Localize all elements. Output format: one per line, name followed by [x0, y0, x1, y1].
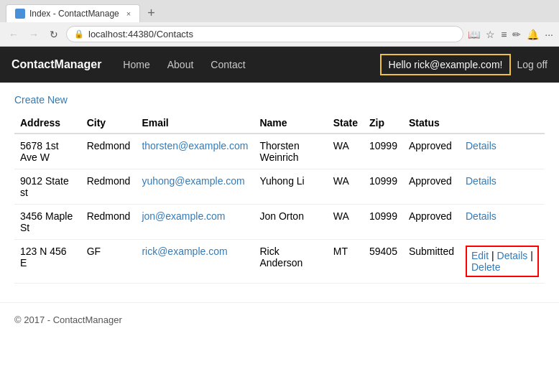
col-address: Address — [14, 113, 81, 134]
forward-button[interactable]: → — [26, 27, 42, 42]
action-details[interactable]: Details — [466, 210, 496, 222]
refresh-button[interactable]: ↻ — [46, 27, 62, 42]
cell-email: rick@example.com — [136, 240, 254, 284]
cell-actions: Details — [460, 205, 545, 240]
cell-email: jon@example.com — [136, 205, 254, 240]
col-actions — [460, 113, 545, 134]
cell-zip: 10999 — [364, 169, 403, 205]
col-email: Email — [136, 113, 254, 134]
lock-icon: 🔒 — [74, 29, 84, 39]
cell-zip: 59405 — [364, 240, 403, 284]
tab-title: Index - ContactManage — [29, 9, 119, 19]
cell-name: Thorsten Weinrich — [254, 134, 327, 169]
nav-about[interactable]: About — [160, 49, 201, 80]
user-greeting: Hello rick@example.com! — [380, 54, 512, 75]
col-zip: Zip — [364, 113, 403, 134]
cell-name: Rick Anderson — [254, 240, 327, 284]
table-body: 5678 1st Ave WRedmondthorsten@example.co… — [14, 134, 545, 284]
create-new-link[interactable]: Create New — [14, 94, 68, 106]
nav-contact[interactable]: Contact — [203, 49, 252, 80]
cell-actions: Details — [460, 169, 545, 205]
table-header: Address City Email Name State Zip Status — [14, 113, 545, 134]
cell-address: 9012 State st — [14, 169, 81, 205]
footer-text: © 2017 - ContactManager — [14, 314, 122, 325]
col-state: State — [328, 113, 364, 134]
table-row: 5678 1st Ave WRedmondthorsten@example.co… — [14, 134, 545, 169]
footer: © 2017 - ContactManager — [0, 302, 559, 337]
notifications-icon[interactable]: 🔔 — [527, 29, 539, 40]
app-brand[interactable]: ContactManager — [11, 58, 101, 71]
browser-tab[interactable]: Index - ContactManage × — [6, 4, 140, 22]
email-link[interactable]: thorsten@example.com — [142, 140, 248, 151]
email-link[interactable]: jon@example.com — [142, 210, 225, 222]
email-link[interactable]: rick@example.com — [142, 246, 227, 257]
email-link[interactable]: yuhong@example.com — [142, 175, 244, 187]
col-city: City — [81, 113, 137, 134]
cell-city: GF — [81, 240, 137, 284]
cell-city: Redmond — [81, 134, 137, 169]
app-navbar-right: Hello rick@example.com! Log off — [380, 54, 548, 75]
col-name: Name — [254, 113, 327, 134]
cell-city: Redmond — [81, 169, 137, 205]
cell-address: 3456 Maple St — [14, 205, 81, 240]
nav-home[interactable]: Home — [116, 49, 157, 80]
address-bar[interactable]: 🔒 localhost:44380/Contacts — [66, 26, 463, 42]
action-details[interactable]: Details — [466, 175, 496, 187]
app-navbar: ContactManager Home About Contact Hello … — [0, 47, 559, 83]
cell-state: MT — [328, 240, 364, 284]
cell-status: Approved — [403, 134, 460, 169]
table-row: 9012 State stRedmondyuhong@example.comYu… — [14, 169, 545, 205]
address-bar-row: ← → ↻ 🔒 localhost:44380/Contacts 📖 ☆ ≡ ✏… — [0, 22, 559, 46]
url-text: localhost:44380/Contacts — [88, 29, 193, 39]
tab-bar: Index - ContactManage × + — [0, 0, 559, 22]
bookmark-icon[interactable]: ☆ — [486, 29, 495, 40]
browser-toolbar-right: 📖 ☆ ≡ ✏ 🔔 ··· — [468, 29, 553, 40]
new-tab-button[interactable]: + — [144, 6, 158, 21]
cell-name: Jon Orton — [254, 205, 327, 240]
cell-status: Submitted — [403, 240, 460, 284]
action-details[interactable]: Details — [497, 250, 528, 261]
browser-chrome: Index - ContactManage × + ← → ↻ 🔒 localh… — [0, 0, 559, 47]
cell-actions: Details — [460, 134, 545, 169]
cell-status: Approved — [403, 205, 460, 240]
action-details[interactable]: Details — [466, 140, 496, 151]
reader-icon[interactable]: 📖 — [468, 29, 480, 40]
cell-address: 123 N 456 E — [14, 240, 81, 284]
status-badge: Submitted — [409, 246, 454, 257]
col-status: Status — [403, 113, 460, 134]
main-content: Create New Address City Email Name State… — [0, 83, 559, 295]
cell-name: Yuhong Li — [254, 169, 327, 205]
cell-zip: 10999 — [364, 205, 403, 240]
log-off-button[interactable]: Log off — [517, 59, 548, 70]
tab-close-button[interactable]: × — [126, 9, 131, 18]
action-edit[interactable]: Edit — [471, 250, 489, 261]
cell-address: 5678 1st Ave W — [14, 134, 81, 169]
cell-email: yuhong@example.com — [136, 169, 254, 205]
cell-state: WA — [328, 134, 364, 169]
more-icon[interactable]: ··· — [545, 29, 553, 40]
cell-status: Approved — [403, 169, 460, 205]
app-nav-links: Home About Contact — [116, 49, 252, 80]
tab-favicon — [15, 9, 25, 19]
back-button[interactable]: ← — [6, 27, 22, 42]
cell-zip: 10999 — [364, 134, 403, 169]
contacts-table: Address City Email Name State Zip Status… — [14, 113, 545, 284]
cell-state: WA — [328, 169, 364, 205]
cell-state: WA — [328, 205, 364, 240]
menu-icon[interactable]: ≡ — [501, 29, 507, 40]
table-row: 3456 Maple StRedmondjon@example.comJon O… — [14, 205, 545, 240]
annotate-icon[interactable]: ✏ — [512, 29, 521, 40]
cell-email: thorsten@example.com — [136, 134, 254, 169]
table-row: 123 N 456 EGFrick@example.comRick Anders… — [14, 240, 545, 284]
action-delete[interactable]: Delete — [471, 261, 500, 273]
cell-actions: Edit | Details | Delete — [460, 240, 545, 284]
cell-city: Redmond — [81, 205, 137, 240]
